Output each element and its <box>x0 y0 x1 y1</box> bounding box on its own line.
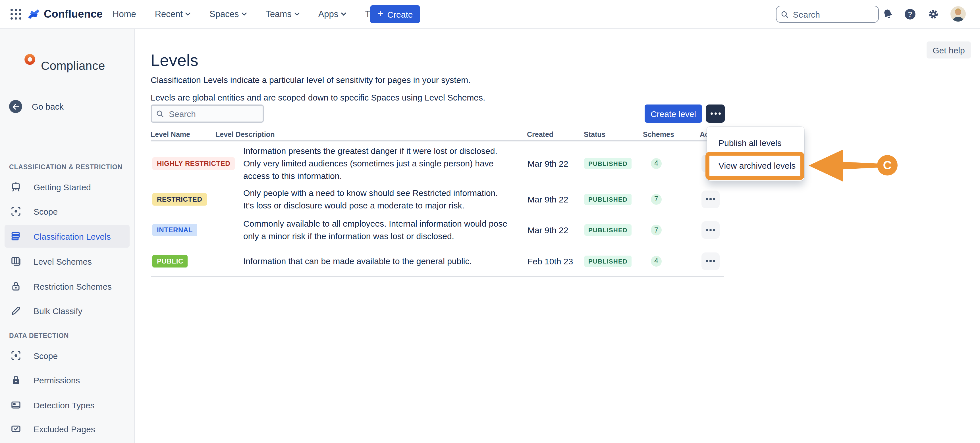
scope-icon <box>10 350 22 361</box>
menu-item-publish-all-levels[interactable]: Publish all levels <box>719 137 782 149</box>
ellipsis-icon <box>706 229 708 231</box>
level-name-badge: RESTRICTED <box>152 193 207 205</box>
nav-apps[interactable]: Apps <box>318 9 347 19</box>
table-more-actions-button[interactable] <box>706 105 725 123</box>
nav-spaces[interactable]: Spaces <box>210 9 247 19</box>
level-name-badge: PUBLIC <box>152 255 188 267</box>
sidebar-item-bulk-classify[interactable]: Bulk Classify <box>5 299 130 322</box>
section-classification-restriction: CLASSIFICATION & RESTRICTION <box>9 164 123 170</box>
created-date: Mar 9th 22 <box>528 159 568 168</box>
col-header-level-name: Level Name <box>151 131 190 138</box>
row-actions-button[interactable] <box>702 252 720 270</box>
primary-nav-links: Home Recent Spaces Teams Apps Templates <box>113 0 405 29</box>
card-check-icon <box>10 423 22 435</box>
sidebar-item-excluded-data[interactable]: Excluded Data <box>5 442 130 443</box>
user-avatar[interactable] <box>950 6 966 22</box>
status-badge: PUBLISHED <box>584 194 632 205</box>
schemes-count: 7 <box>651 194 662 205</box>
table-bottom-divider <box>151 276 724 277</box>
sidebar-item-level-schemes[interactable]: Level Schemes <box>5 250 130 273</box>
compliance-key-icon <box>11 51 38 81</box>
created-date: Mar 9th 22 <box>528 225 568 235</box>
nav-teams[interactable]: Teams <box>266 9 299 19</box>
status-badge: PUBLISHED <box>584 157 632 169</box>
annotation-highlight-box: View archived levels <box>705 152 804 180</box>
level-name-badge: INTERNAL <box>152 224 197 236</box>
sidebar-divider <box>5 123 126 123</box>
sidebar-item-getting-started[interactable]: Getting Started <box>5 176 130 198</box>
card-icon <box>10 399 22 411</box>
lock-filled-icon <box>10 374 22 386</box>
sidebar-item-permissions[interactable]: Permissions <box>5 368 130 391</box>
svg-text:?: ? <box>908 10 912 18</box>
annotation-letter-badge: C <box>877 155 897 176</box>
ellipsis-icon <box>710 113 713 115</box>
level-description: Commonly available to all employees. Int… <box>243 218 511 243</box>
chevron-down-icon <box>242 13 247 16</box>
level-description: Only people with a need to know should s… <box>243 187 511 211</box>
create-level-button[interactable]: Create level <box>644 105 702 123</box>
menu-item-view-archived-levels[interactable]: View archived levels <box>719 156 795 176</box>
section-data-detection: DATA DETECTION <box>9 332 69 339</box>
compliance-app-name: Compliance <box>41 59 105 73</box>
nav-home[interactable]: Home <box>113 9 136 19</box>
sidebar-item-dd-scope[interactable]: Scope <box>5 344 130 367</box>
settings-gear-icon[interactable] <box>928 8 939 20</box>
create-button[interactable]: + Create <box>370 5 420 23</box>
col-header-schemes: Schemes <box>643 131 674 138</box>
level-description: Information that can be made available t… <box>243 255 511 267</box>
page-description-line-1: Classification Levels indicate a particu… <box>151 75 471 85</box>
easel-icon <box>10 181 22 192</box>
table-row: RESTRICTED Only people with a need to kn… <box>0 185 980 213</box>
sidebar-item-classification-levels[interactable]: Classification Levels <box>5 225 130 248</box>
chevron-down-icon <box>294 13 299 16</box>
sidebar-item-detection-types[interactable]: Detection Types <box>5 394 130 416</box>
status-badge: PUBLISHED <box>584 255 632 267</box>
levels-stack-icon <box>10 230 22 242</box>
table-header-divider <box>151 140 728 141</box>
col-header-level-description: Level Description <box>215 131 275 138</box>
level-name-badge: HIGHLY RESTRICTED <box>152 157 235 170</box>
go-back-label: Go back <box>32 102 64 111</box>
annotation-arrow <box>805 145 882 184</box>
confluence-logo-icon <box>27 8 40 21</box>
help-icon[interactable]: ? <box>904 8 916 20</box>
table-row: INTERNAL Commonly available to all emplo… <box>0 216 980 244</box>
global-search <box>776 6 879 23</box>
ellipsis-icon <box>706 260 708 262</box>
sidebar: Compliance Go back CLASSIFICATION & REST… <box>0 29 135 443</box>
row-actions-button[interactable] <box>702 221 720 239</box>
product-name[interactable]: Confluence <box>44 0 103 29</box>
table-search-input[interactable] <box>168 108 258 119</box>
go-back-button[interactable]: Go back <box>9 100 64 113</box>
global-search-input[interactable] <box>792 9 874 20</box>
created-date: Mar 9th 22 <box>528 194 568 204</box>
top-navigation-bar: Confluence Home Recent Spaces Teams Apps <box>0 0 980 29</box>
table-search <box>151 105 264 123</box>
schemes-count: 4 <box>651 158 662 169</box>
schemes-count: 4 <box>651 256 662 266</box>
search-icon <box>781 10 788 19</box>
status-badge: PUBLISHED <box>584 224 632 236</box>
created-date: Feb 10th 23 <box>528 256 573 266</box>
chevron-down-icon <box>186 13 191 16</box>
plus-icon: + <box>377 8 383 19</box>
sidebar-item-restriction-schemes[interactable]: Restriction Schemes <box>5 275 130 298</box>
row-actions-button[interactable] <box>702 190 720 208</box>
page-description-line-2: Levels are global entities and are scope… <box>151 92 485 102</box>
columns-icon <box>10 256 22 267</box>
sidebar-item-excluded-pages[interactable]: Excluded Pages <box>5 418 130 440</box>
page: Confluence Home Recent Spaces Teams Apps <box>0 0 980 443</box>
notifications-bell-icon[interactable] <box>882 8 894 20</box>
page-title: Levels <box>151 51 198 70</box>
nav-recent[interactable]: Recent <box>155 9 191 19</box>
lock-outline-icon <box>10 281 22 292</box>
sidebar-item-scope[interactable]: Scope <box>5 200 130 222</box>
ellipsis-icon <box>706 198 708 200</box>
level-description: Information presents the greatest danger… <box>243 144 511 182</box>
back-arrow-icon <box>9 100 22 113</box>
compliance-app-logo: Compliance <box>11 51 105 81</box>
get-help-button[interactable]: Get help <box>927 41 971 59</box>
app-switcher-icon[interactable] <box>10 8 22 21</box>
schemes-count: 7 <box>651 225 662 235</box>
